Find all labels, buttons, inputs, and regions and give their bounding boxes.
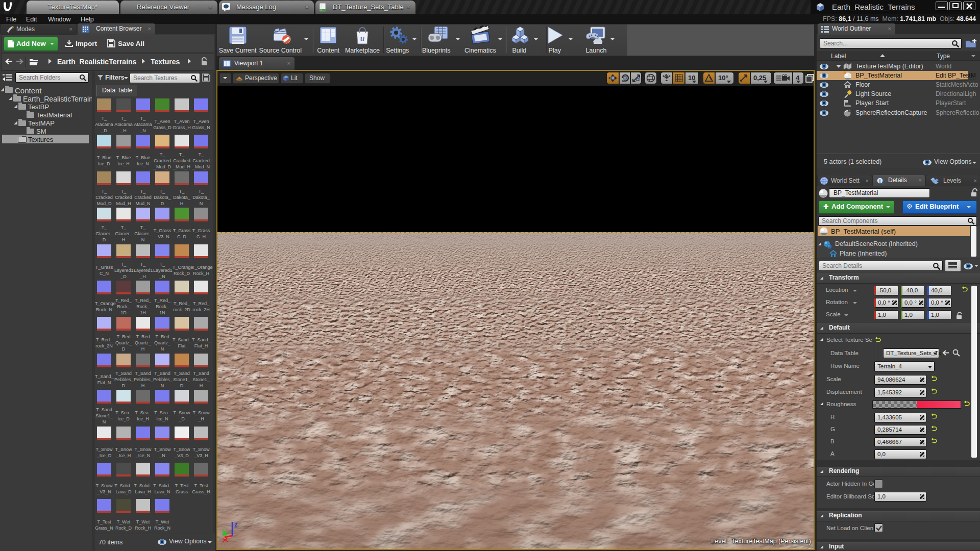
svg-text:u: u [360, 34, 364, 42]
svg-text:z: z [234, 520, 238, 528]
svg-text:i: i [879, 178, 881, 184]
